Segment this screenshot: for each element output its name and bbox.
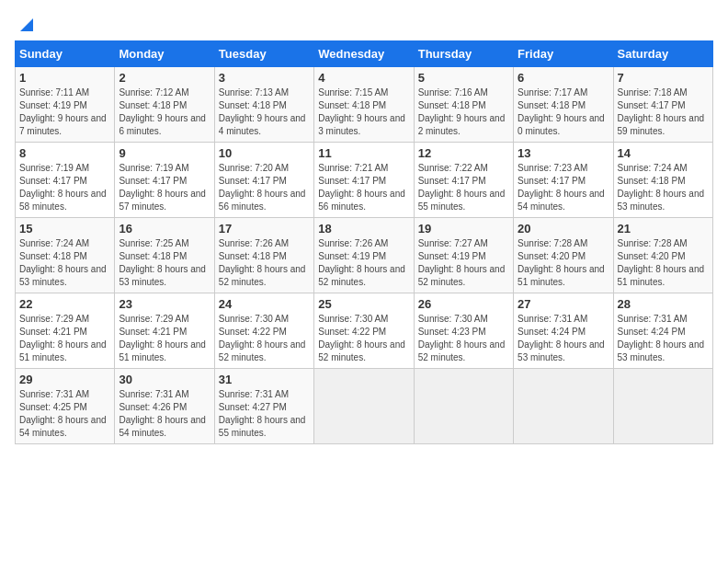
- day-detail: Sunrise: 7:18 AM Sunset: 4:17 PM Dayligh…: [618, 86, 709, 138]
- day-detail: Sunrise: 7:29 AM Sunset: 4:21 PM Dayligh…: [19, 313, 110, 364]
- calendar-week-2: 8Sunrise: 7:19 AM Sunset: 4:17 PM Daylig…: [16, 143, 713, 218]
- day-number: 24: [219, 297, 310, 311]
- calendar-cell: 26Sunrise: 7:30 AM Sunset: 4:23 PM Dayli…: [414, 293, 513, 369]
- day-detail: Sunrise: 7:28 AM Sunset: 4:20 PM Dayligh…: [518, 237, 609, 289]
- calendar-cell: [613, 369, 712, 444]
- calendar-cell: 22Sunrise: 7:29 AM Sunset: 4:21 PM Dayli…: [16, 293, 115, 369]
- calendar-cell: 13Sunrise: 7:23 AM Sunset: 4:17 PM Dayli…: [514, 143, 613, 218]
- calendar-cell: 18Sunrise: 7:26 AM Sunset: 4:19 PM Dayli…: [314, 218, 414, 293]
- calendar-cell: 7Sunrise: 7:18 AM Sunset: 4:17 PM Daylig…: [613, 67, 712, 143]
- day-detail: Sunrise: 7:22 AM Sunset: 4:17 PM Dayligh…: [418, 162, 509, 213]
- day-detail: Sunrise: 7:17 AM Sunset: 4:18 PM Dayligh…: [518, 86, 609, 138]
- calendar-cell: 30Sunrise: 7:31 AM Sunset: 4:26 PM Dayli…: [115, 369, 214, 444]
- day-number: 16: [119, 222, 210, 236]
- day-detail: Sunrise: 7:23 AM Sunset: 4:17 PM Dayligh…: [518, 162, 609, 213]
- calendar-cell: [414, 369, 513, 444]
- calendar-cell: 19Sunrise: 7:27 AM Sunset: 4:19 PM Dayli…: [414, 218, 513, 293]
- day-number: 8: [19, 146, 110, 160]
- day-number: 4: [318, 71, 409, 85]
- calendar-week-3: 15Sunrise: 7:24 AM Sunset: 4:18 PM Dayli…: [16, 218, 713, 293]
- calendar-cell: 20Sunrise: 7:28 AM Sunset: 4:20 PM Dayli…: [514, 218, 613, 293]
- day-number: 25: [318, 297, 409, 311]
- calendar-cell: [514, 369, 613, 444]
- day-number: 15: [19, 222, 110, 236]
- day-number: 11: [318, 146, 409, 160]
- logo-arrow-icon: [17, 15, 37, 35]
- weekday-header-saturday: Saturday: [613, 41, 712, 67]
- day-detail: Sunrise: 7:24 AM Sunset: 4:18 PM Dayligh…: [19, 237, 110, 289]
- calendar-week-1: 1Sunrise: 7:11 AM Sunset: 4:19 PM Daylig…: [16, 67, 713, 143]
- day-detail: Sunrise: 7:31 AM Sunset: 4:24 PM Dayligh…: [618, 313, 709, 364]
- calendar-cell: 28Sunrise: 7:31 AM Sunset: 4:24 PM Dayli…: [613, 293, 712, 369]
- logo: [15, 15, 37, 31]
- day-number: 28: [618, 297, 709, 311]
- day-detail: Sunrise: 7:31 AM Sunset: 4:24 PM Dayligh…: [518, 313, 609, 364]
- calendar-cell: [314, 369, 414, 444]
- calendar-cell: 10Sunrise: 7:20 AM Sunset: 4:17 PM Dayli…: [214, 143, 313, 218]
- calendar-cell: 31Sunrise: 7:31 AM Sunset: 4:27 PM Dayli…: [214, 369, 313, 444]
- day-detail: Sunrise: 7:29 AM Sunset: 4:21 PM Dayligh…: [119, 313, 210, 364]
- calendar-cell: 21Sunrise: 7:28 AM Sunset: 4:20 PM Dayli…: [613, 218, 712, 293]
- svg-marker-0: [20, 18, 33, 31]
- day-detail: Sunrise: 7:19 AM Sunset: 4:17 PM Dayligh…: [19, 162, 110, 213]
- day-detail: Sunrise: 7:27 AM Sunset: 4:19 PM Dayligh…: [418, 237, 509, 289]
- day-detail: Sunrise: 7:15 AM Sunset: 4:18 PM Dayligh…: [318, 86, 409, 138]
- calendar-cell: 23Sunrise: 7:29 AM Sunset: 4:21 PM Dayli…: [115, 293, 214, 369]
- day-detail: Sunrise: 7:31 AM Sunset: 4:27 PM Dayligh…: [219, 388, 310, 440]
- weekday-header-wednesday: Wednesday: [314, 41, 414, 67]
- calendar-cell: 15Sunrise: 7:24 AM Sunset: 4:18 PM Dayli…: [16, 218, 115, 293]
- calendar-cell: 25Sunrise: 7:30 AM Sunset: 4:22 PM Dayli…: [314, 293, 414, 369]
- weekday-header-monday: Monday: [115, 41, 214, 67]
- day-detail: Sunrise: 7:24 AM Sunset: 4:18 PM Dayligh…: [618, 162, 709, 213]
- day-number: 29: [19, 373, 110, 386]
- day-number: 19: [418, 222, 509, 236]
- day-detail: Sunrise: 7:28 AM Sunset: 4:20 PM Dayligh…: [618, 237, 709, 289]
- calendar-cell: 6Sunrise: 7:17 AM Sunset: 4:18 PM Daylig…: [514, 67, 613, 143]
- weekday-header-thursday: Thursday: [414, 41, 513, 67]
- day-number: 17: [219, 222, 310, 236]
- day-detail: Sunrise: 7:21 AM Sunset: 4:17 PM Dayligh…: [318, 162, 409, 213]
- day-number: 10: [219, 146, 310, 160]
- day-detail: Sunrise: 7:26 AM Sunset: 4:19 PM Dayligh…: [318, 237, 409, 289]
- day-number: 6: [518, 71, 609, 85]
- calendar-cell: 14Sunrise: 7:24 AM Sunset: 4:18 PM Dayli…: [613, 143, 712, 218]
- weekday-header-sunday: Sunday: [16, 41, 115, 67]
- day-detail: Sunrise: 7:30 AM Sunset: 4:22 PM Dayligh…: [318, 313, 409, 364]
- day-number: 13: [518, 146, 609, 160]
- logo-block: [15, 15, 37, 31]
- calendar-cell: 12Sunrise: 7:22 AM Sunset: 4:17 PM Dayli…: [414, 143, 513, 218]
- calendar-cell: 17Sunrise: 7:26 AM Sunset: 4:18 PM Dayli…: [214, 218, 313, 293]
- day-detail: Sunrise: 7:26 AM Sunset: 4:18 PM Dayligh…: [219, 237, 310, 289]
- weekday-header-friday: Friday: [514, 41, 613, 67]
- day-detail: Sunrise: 7:31 AM Sunset: 4:26 PM Dayligh…: [119, 388, 210, 440]
- day-number: 30: [119, 373, 210, 386]
- day-number: 31: [219, 373, 310, 386]
- calendar-week-5: 29Sunrise: 7:31 AM Sunset: 4:25 PM Dayli…: [16, 369, 713, 444]
- day-detail: Sunrise: 7:25 AM Sunset: 4:18 PM Dayligh…: [119, 237, 210, 289]
- calendar-cell: 24Sunrise: 7:30 AM Sunset: 4:22 PM Dayli…: [214, 293, 313, 369]
- calendar-cell: 1Sunrise: 7:11 AM Sunset: 4:19 PM Daylig…: [16, 67, 115, 143]
- day-number: 9: [119, 146, 210, 160]
- day-detail: Sunrise: 7:31 AM Sunset: 4:25 PM Dayligh…: [19, 388, 110, 440]
- calendar-cell: 9Sunrise: 7:19 AM Sunset: 4:17 PM Daylig…: [115, 143, 214, 218]
- weekday-header-row: SundayMondayTuesdayWednesdayThursdayFrid…: [16, 41, 713, 67]
- calendar-cell: 3Sunrise: 7:13 AM Sunset: 4:18 PM Daylig…: [214, 67, 313, 143]
- calendar-week-4: 22Sunrise: 7:29 AM Sunset: 4:21 PM Dayli…: [16, 293, 713, 369]
- calendar-cell: 29Sunrise: 7:31 AM Sunset: 4:25 PM Dayli…: [16, 369, 115, 444]
- day-number: 3: [219, 71, 310, 85]
- day-detail: Sunrise: 7:12 AM Sunset: 4:18 PM Dayligh…: [119, 86, 210, 138]
- calendar-cell: 4Sunrise: 7:15 AM Sunset: 4:18 PM Daylig…: [314, 67, 414, 143]
- day-detail: Sunrise: 7:20 AM Sunset: 4:17 PM Dayligh…: [219, 162, 310, 213]
- day-number: 5: [418, 71, 509, 85]
- day-detail: Sunrise: 7:30 AM Sunset: 4:22 PM Dayligh…: [219, 313, 310, 364]
- weekday-header-tuesday: Tuesday: [214, 41, 313, 67]
- day-number: 26: [418, 297, 509, 311]
- calendar-cell: 8Sunrise: 7:19 AM Sunset: 4:17 PM Daylig…: [16, 143, 115, 218]
- day-number: 27: [518, 297, 609, 311]
- day-number: 22: [19, 297, 110, 311]
- day-number: 23: [119, 297, 210, 311]
- calendar-cell: 27Sunrise: 7:31 AM Sunset: 4:24 PM Dayli…: [514, 293, 613, 369]
- day-number: 20: [518, 222, 609, 236]
- day-number: 7: [618, 71, 709, 85]
- page-header: [15, 15, 713, 31]
